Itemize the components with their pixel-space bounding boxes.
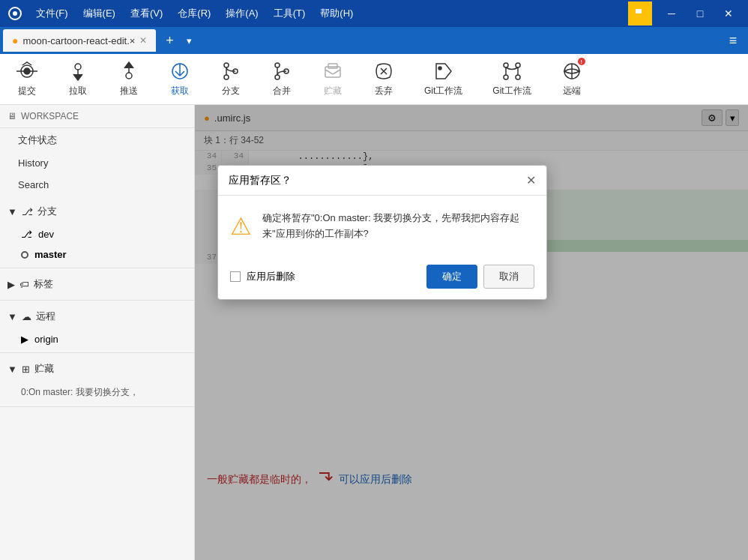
window-controls: ─ □ ✕ xyxy=(658,0,742,27)
merge-button[interactable]: 合并 xyxy=(264,56,300,102)
tags-toggle[interactable]: ▶ 🏷 标签 xyxy=(0,271,194,297)
svg-point-9 xyxy=(126,73,132,79)
chevron-right-icon-origin: ▶ xyxy=(21,334,28,345)
svg-point-7 xyxy=(75,64,81,70)
pull-button[interactable]: 拉取 xyxy=(60,56,96,102)
pull-label: 拉取 xyxy=(69,85,87,97)
chevron-right-icon: ▶ xyxy=(7,279,15,290)
dialog-close-button[interactable]: ✕ xyxy=(526,173,536,187)
fetch-button[interactable]: 获取 xyxy=(162,56,198,102)
cloud-icon: ☁ xyxy=(22,311,31,322)
menu-file[interactable]: 文件(F) xyxy=(30,4,74,23)
dialog-footer: 应用后删除 确定 取消 xyxy=(218,257,546,299)
tab-bar: ● moon-cartoon-react-edit.× ✕ + ▾ ≡ xyxy=(0,27,748,54)
monitor-icon: 🖥 xyxy=(7,111,16,121)
svg-rect-2 xyxy=(636,9,642,13)
svg-point-26 xyxy=(516,63,520,67)
tab-close-button[interactable]: ✕ xyxy=(139,35,147,46)
app-logo xyxy=(6,4,24,22)
svg-point-3 xyxy=(24,68,30,74)
menu-help[interactable]: 帮助(H) xyxy=(314,4,359,23)
flag-button[interactable] xyxy=(628,1,652,25)
remote-toggle[interactable]: ▼ ☁ 远程 xyxy=(0,304,194,329)
sidebar: 🖥 WORKSPACE 文件状态 History Search ▼ ⎇ 分支 ⎇… xyxy=(0,105,195,560)
maximize-button[interactable]: □ xyxy=(687,0,714,27)
stash-section: ▼ ⊞ 贮藏 0:On master: 我要切换分支， xyxy=(0,353,194,407)
remote-origin-name: origin xyxy=(34,334,58,345)
branch-name-dev: dev xyxy=(38,229,54,240)
tag-section-icon: 🏷 xyxy=(19,279,29,290)
menu-action[interactable]: 操作(A) xyxy=(220,4,264,23)
branch-item-dev[interactable]: ⎇ dev xyxy=(0,224,194,244)
discard-label: 丢弃 xyxy=(375,85,393,97)
stash-item-0[interactable]: 0:On master: 我要切换分支， xyxy=(0,382,194,403)
remote-label: 远程 xyxy=(36,310,55,323)
workspace-header: 🖥 WORKSPACE xyxy=(0,105,194,128)
stash-label: 贮藏 xyxy=(324,85,342,97)
hamburger-menu-button[interactable]: ≡ xyxy=(721,28,745,52)
branch-icon: ⎇ xyxy=(21,229,32,240)
minimize-button[interactable]: ─ xyxy=(658,0,685,27)
toolbar: 提交 拉取 推送 获取 xyxy=(0,54,748,105)
remote-item-origin[interactable]: ▶ origin xyxy=(0,329,194,349)
stash-label: 贮藏 xyxy=(34,362,54,376)
menu-tools[interactable]: 工具(T) xyxy=(268,4,312,23)
delete-after-label: 应用后删除 xyxy=(247,270,295,283)
tag-button[interactable]: Git工作流 xyxy=(417,56,470,102)
main-layout: 🖥 WORKSPACE 文件状态 History Search ▼ ⎇ 分支 ⎇… xyxy=(0,105,748,560)
content-area: ● .umirc.js ⚙ ▾ 块 1：行 34-52 34 34 .... xyxy=(195,105,748,560)
svg-rect-22 xyxy=(328,64,337,68)
tab-dropdown-button[interactable]: ▾ xyxy=(180,30,198,51)
svg-point-23 xyxy=(438,67,441,70)
tag-label: Git工作流 xyxy=(424,85,462,97)
remote-section: ▼ ☁ 远程 ▶ origin xyxy=(0,301,194,353)
sidebar-item-filestatus[interactable]: 文件状态 xyxy=(0,128,194,152)
cancel-button[interactable]: 取消 xyxy=(483,265,534,289)
menu-repo[interactable]: 仓库(R) xyxy=(172,4,217,23)
title-bar: 文件(F) 编辑(E) 查看(V) 仓库(R) 操作(A) 工具(T) 帮助(H… xyxy=(0,0,748,27)
new-tab-button[interactable]: + xyxy=(159,30,180,51)
remote-button[interactable]: 远端 ! xyxy=(554,56,590,102)
dialog-body: ⚠ 确定将暂存"0:On master: 我要切换分支，先帮我把内容存起来"应用… xyxy=(218,196,546,257)
tags-section: ▶ 🏷 标签 xyxy=(0,268,194,301)
sidebar-item-search[interactable]: Search xyxy=(0,174,194,196)
menu-view[interactable]: 查看(V) xyxy=(124,4,169,23)
branch-item-master[interactable]: master xyxy=(0,244,194,265)
dialog-titlebar: 应用暂存区？ ✕ xyxy=(218,166,546,196)
tags-label: 标签 xyxy=(34,277,53,291)
svg-point-25 xyxy=(504,75,508,79)
merge-label: 合并 xyxy=(273,85,291,97)
svg-point-14 xyxy=(224,75,229,79)
branch-name-master: master xyxy=(34,249,67,260)
dialog-message: 确定将暂存"0:On master: 我要切换分支，先帮我把内容存起来"应用到你… xyxy=(262,211,534,242)
tab-label: moon-cartoon-react-edit.× xyxy=(22,35,135,46)
push-button[interactable]: 推送 xyxy=(111,56,147,102)
chevron-down-icon: ▼ xyxy=(7,206,17,217)
svg-point-27 xyxy=(516,75,520,79)
dialog-buttons: 确定 取消 xyxy=(426,265,534,289)
sidebar-item-history[interactable]: History xyxy=(0,152,194,174)
commit-button[interactable]: 提交 xyxy=(9,56,45,102)
commit-label: 提交 xyxy=(18,85,36,97)
active-tab[interactable]: ● moon-cartoon-react-edit.× ✕ xyxy=(3,29,156,52)
discard-button[interactable]: 丢弃 xyxy=(366,56,402,102)
svg-point-24 xyxy=(504,63,508,67)
branch-button[interactable]: 分支 xyxy=(213,56,249,102)
workspace-label: WORKSPACE xyxy=(21,111,79,121)
close-button[interactable]: ✕ xyxy=(715,0,742,27)
push-label: 推送 xyxy=(120,85,138,97)
branches-toggle[interactable]: ▼ ⎇ 分支 xyxy=(0,199,194,224)
delete-after-checkbox[interactable] xyxy=(230,271,241,282)
menu-bar: 文件(F) 编辑(E) 查看(V) 仓库(R) 操作(A) 工具(T) 帮助(H… xyxy=(30,4,628,23)
active-branch-icon xyxy=(21,251,28,259)
gitflow-label: Git工作流 xyxy=(492,85,531,97)
gitflow-button[interactable]: Git工作流 xyxy=(485,56,538,102)
warning-icon: ⚠ xyxy=(230,212,252,241)
fetch-label: 获取 xyxy=(171,85,189,97)
confirm-button[interactable]: 确定 xyxy=(426,265,477,289)
stash-button[interactable]: 贮藏 xyxy=(315,56,351,102)
stash-toggle[interactable]: ▼ ⊞ 贮藏 xyxy=(0,356,194,382)
dialog: 应用暂存区？ ✕ ⚠ 确定将暂存"0:On master: 我要切换分支，先帮我… xyxy=(217,165,547,300)
menu-edit[interactable]: 编辑(E) xyxy=(77,4,121,23)
delete-after-option: 应用后删除 xyxy=(230,270,295,283)
